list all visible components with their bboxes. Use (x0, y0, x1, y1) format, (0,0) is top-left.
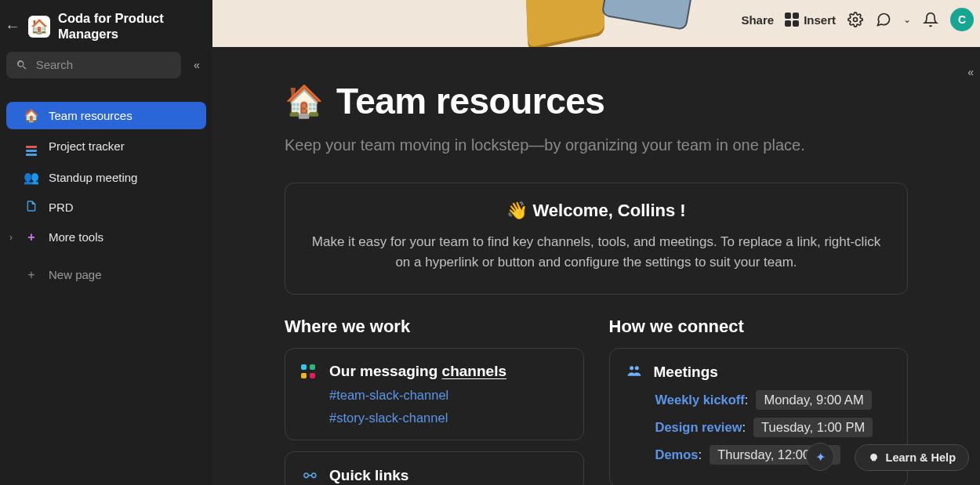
meeting-time: Monday, 9:00 AM (756, 390, 871, 410)
comment-icon (876, 12, 891, 27)
messaging-card: Our messaging channels #team-slack-chann… (285, 348, 584, 440)
sidebar-item-label: Project tracker (49, 139, 125, 153)
link-icon: ⚯ (301, 466, 318, 485)
main-pane: Share Insert ⌄ C « � (212, 0, 980, 485)
page-emoji[interactable]: 🏠 (285, 83, 324, 120)
meeting-link[interactable]: Design review (655, 420, 746, 435)
doc-title[interactable]: Coda for Product Managers (58, 11, 205, 42)
slack-channel-link[interactable]: #team-slack-channel (329, 388, 568, 403)
where-we-work-column: Where we work Our messaging channels #te… (285, 317, 584, 485)
collapse-right-panel-icon[interactable]: « (967, 66, 974, 78)
meetings-title: Meetings (654, 364, 718, 381)
card-illustration (601, 0, 695, 31)
welcome-body: Make it easy for your team to find key c… (306, 232, 887, 273)
back-arrow-icon[interactable]: ← (5, 17, 20, 35)
sidebar-item-more-tools[interactable]: › + More tools (6, 224, 206, 251)
sidebar-item-label: Standup meeting (49, 171, 137, 184)
new-page-button[interactable]: + New page (6, 262, 206, 288)
hero-banner: Share Insert ⌄ C (212, 0, 980, 47)
sidebar-item-project-tracker[interactable]: Project tracker (6, 131, 206, 162)
meeting-row: Weekly kickoff Monday, 9:00 AM (626, 390, 892, 410)
notifications-button[interactable] (922, 11, 939, 28)
meeting-link[interactable]: Weekly kickoff (655, 393, 749, 407)
svg-point-1 (630, 366, 633, 370)
meeting-time: Tuesday, 1:00 PM (753, 418, 873, 437)
slack-icon (301, 364, 318, 378)
topbar: Share Insert ⌄ C (741, 8, 974, 31)
search-input[interactable] (36, 58, 172, 71)
sidebar-item-standup-meeting[interactable]: 👥 Standup meeting (6, 164, 206, 191)
doc-icon[interactable]: 🏠 (28, 16, 50, 38)
insert-label: Insert (804, 13, 836, 27)
page-subtitle: Keep your team moving in lockstep—by org… (285, 136, 908, 154)
welcome-card: 👋 Welcome, Collins ! Make it easy for yo… (285, 183, 908, 295)
people-icon: 👥 (24, 170, 39, 185)
svg-point-2 (634, 366, 638, 370)
sidebar-item-label: New page (49, 268, 102, 281)
slack-channel-link[interactable]: #story-slack-channel (329, 411, 568, 425)
house-icon: 🏠 (24, 108, 39, 123)
tracker-icon (24, 137, 39, 156)
search-icon (16, 58, 28, 72)
sidebar-item-label: More tools (49, 230, 103, 244)
chevron-down-icon[interactable]: ⌄ (903, 14, 911, 25)
avatar[interactable]: C (950, 8, 974, 31)
sidebar: ← 🏠 Coda for Product Managers « 🏠 Team r… (0, 0, 212, 485)
comments-button[interactable] (875, 11, 892, 28)
page-title[interactable]: Team resources (336, 80, 604, 122)
plus-icon: + (24, 268, 39, 282)
chevron-right-icon: › (9, 232, 13, 243)
meeting-link[interactable]: Demos (655, 447, 702, 462)
channels-link[interactable]: channels (442, 363, 506, 379)
page-content: 🏠 Team resources Keep your team moving i… (212, 47, 980, 485)
svg-point-0 (854, 18, 858, 22)
where-we-work-heading: Where we work (285, 317, 584, 337)
learn-help-button[interactable]: Learn & Help (855, 444, 969, 471)
sidebar-item-team-resources[interactable]: 🏠 Team resources (6, 102, 206, 129)
quick-links-title: Quick links (329, 467, 408, 484)
sidebar-item-label: Team resources (49, 109, 132, 122)
people-group-icon (626, 363, 643, 382)
meeting-row: Demos Thursday, 12:00 PM (626, 445, 892, 465)
plus-icon: + (24, 230, 39, 244)
settings-button[interactable] (847, 11, 864, 28)
gear-icon (848, 12, 863, 27)
bell-icon (923, 12, 938, 27)
messaging-card-title: Our messaging channels (329, 363, 506, 380)
collapse-sidebar-icon[interactable]: « (187, 56, 206, 74)
share-button[interactable]: Share (741, 13, 774, 27)
sidebar-nav: 🏠 Team resources Project tracker 👥 Stand… (0, 102, 212, 288)
sidebar-item-prd[interactable]: PRD (6, 193, 206, 223)
document-icon (24, 199, 39, 216)
welcome-title: 👋 Welcome, Collins ! (306, 201, 887, 221)
quick-links-card: ⚯ Quick links (285, 451, 584, 485)
insert-button[interactable]: Insert (785, 13, 836, 27)
sidebar-header: ← 🏠 Coda for Product Managers (0, 6, 212, 52)
search-box[interactable] (6, 52, 181, 78)
sparkle-icon: ✦ (815, 450, 826, 465)
sidebar-item-label: PRD (49, 201, 74, 214)
ai-sparkle-button[interactable]: ✦ (806, 443, 834, 471)
grid-icon (785, 13, 799, 27)
how-we-connect-heading: How we connect (609, 317, 909, 337)
folder-illustration (526, 0, 604, 47)
lightbulb-icon (868, 452, 880, 464)
meeting-row: Design review Tuesday, 1:00 PM (626, 418, 892, 437)
